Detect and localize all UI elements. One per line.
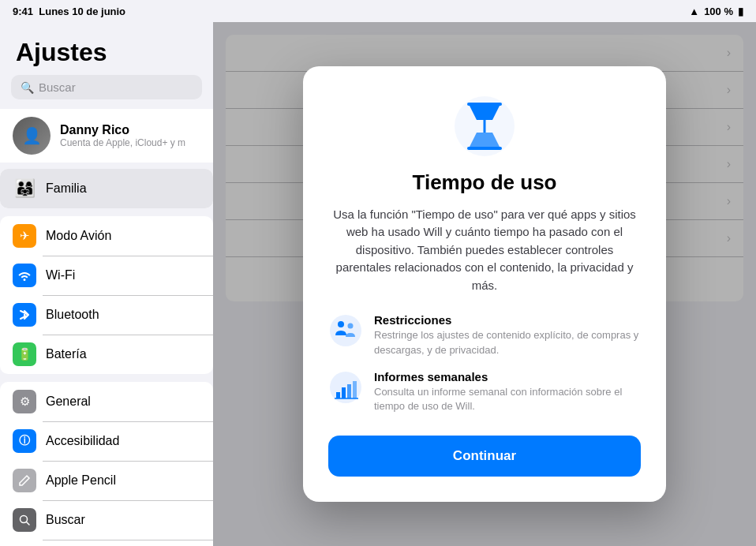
- modal-card: Tiempo de uso Usa la función "Tiempo de …: [303, 66, 666, 502]
- sidebar-item-accesibilidad[interactable]: ⓘ Accesibilidad: [0, 421, 213, 461]
- restricciones-icon: [328, 313, 363, 348]
- feature-informes: Informes semanales Consulta un informe s…: [328, 370, 641, 413]
- sidebar-item-wifi[interactable]: Wi-Fi: [0, 256, 213, 295]
- svg-rect-18: [347, 384, 351, 398]
- svg-rect-11: [467, 147, 502, 150]
- sidebar-item-bluetooth[interactable]: Bluetooth: [0, 295, 213, 335]
- feature-text-informes: Informes semanales Consulta un informe s…: [374, 370, 641, 413]
- sidebar-label-apple-pencil: Apple Pencil: [46, 473, 116, 488]
- sidebar-item-apple-pencil[interactable]: Apple Pencil: [0, 461, 213, 500]
- main-area: Ajustes 🔍 Buscar 👤 Danny Rico Cuenta de …: [0, 22, 756, 546]
- feature-desc-informes: Consulta un informe semanal con informac…: [374, 385, 641, 413]
- svg-point-12: [330, 315, 361, 346]
- sidebar-item-general[interactable]: ⚙ General: [0, 382, 213, 421]
- sidebar-label-buscar: Buscar: [46, 513, 85, 527]
- profile-item[interactable]: 👤 Danny Rico Cuenta de Apple, iCloud+ y …: [0, 109, 213, 163]
- avatar: 👤: [13, 117, 51, 155]
- feature-title-informes: Informes semanales: [374, 370, 641, 383]
- sidebar-label-avion: Modo Avión: [46, 229, 111, 243]
- sidebar: Ajustes 🔍 Buscar 👤 Danny Rico Cuenta de …: [0, 22, 213, 546]
- pencil-icon: [13, 469, 36, 492]
- status-indicators: ▲ 100 % ▮: [689, 6, 743, 17]
- continuar-button[interactable]: Continuar: [328, 436, 641, 477]
- sidebar-section-connectivity: ✈ Modo Avión Wi-Fi Bluetooth 🔋 Batería: [0, 216, 213, 374]
- svg-point-13: [338, 321, 344, 327]
- svg-line-1: [27, 522, 30, 525]
- right-area: › › › › › › La comparte contigo: [213, 22, 756, 546]
- battery-percent: 100 %: [704, 6, 733, 17]
- wifi-icon: ▲: [689, 6, 699, 17]
- sidebar-label-bateria: Batería: [46, 347, 87, 361]
- sidebar-title: Ajustes: [0, 32, 213, 75]
- search-icon: 🔍: [21, 81, 34, 94]
- status-time-date: 9:41 Lunes 10 de junio: [13, 6, 125, 17]
- search-bar[interactable]: 🔍 Buscar: [11, 75, 202, 99]
- modal-overlay: Tiempo de uso Usa la función "Tiempo de …: [213, 22, 756, 546]
- sidebar-item-bateria[interactable]: 🔋 Batería: [0, 335, 213, 374]
- sidebar-item-camara[interactable]: Cámara: [0, 540, 213, 546]
- sidebar-item-avion[interactable]: ✈ Modo Avión: [0, 216, 213, 256]
- modal-features: Restricciones Restringe los ajustes de c…: [328, 313, 641, 413]
- sidebar-item-buscar[interactable]: Buscar: [0, 500, 213, 540]
- hourglass-icon: [453, 95, 516, 158]
- profile-subtitle: Cuenta de Apple, iCloud+ y m: [60, 137, 185, 148]
- sidebar-label-accesibilidad: Accesibilidad: [46, 434, 119, 448]
- svg-rect-16: [336, 392, 340, 398]
- bluetooth-icon: [13, 303, 36, 327]
- feature-text-restricciones: Restricciones Restringe los ajustes de c…: [374, 313, 641, 357]
- modal-description: Usa la función "Tiempo de uso" para ver …: [328, 206, 641, 295]
- buscar-icon: [13, 508, 36, 532]
- battery-icon: ▮: [738, 6, 743, 17]
- svg-rect-10: [467, 103, 502, 106]
- avion-icon: ✈: [13, 224, 36, 248]
- sidebar-item-familia[interactable]: 👨‍👩‍👧 Familia: [0, 169, 213, 208]
- status-bar: 9:41 Lunes 10 de junio ▲ 100 % ▮: [0, 0, 756, 22]
- sidebar-label-general: General: [46, 395, 91, 409]
- accesibilidad-icon: ⓘ: [13, 429, 36, 453]
- sidebar-label-wifi: Wi-Fi: [46, 268, 75, 282]
- sidebar-section-familia: 👨‍👩‍👧 Familia: [0, 169, 213, 208]
- svg-point-14: [348, 323, 354, 329]
- general-icon: ⚙: [13, 390, 36, 413]
- sidebar-label-bluetooth: Bluetooth: [46, 308, 99, 322]
- search-placeholder: Buscar: [39, 80, 76, 94]
- informes-icon: [328, 370, 363, 405]
- familia-icon: 👨‍👩‍👧: [13, 177, 36, 200]
- feature-desc-restricciones: Restringe los ajustes de contenido explí…: [374, 328, 641, 357]
- modal-title: Tiempo de uso: [413, 170, 557, 195]
- svg-rect-19: [353, 381, 357, 398]
- sidebar-label-familia: Familia: [46, 181, 87, 196]
- profile-info: Danny Rico Cuenta de Apple, iCloud+ y m: [60, 123, 185, 148]
- bateria-icon: 🔋: [13, 342, 36, 366]
- feature-restricciones: Restricciones Restringe los ajustes de c…: [328, 313, 641, 357]
- sidebar-section-settings: ⚙ General ⓘ Accesibilidad Apple Pencil B…: [0, 382, 213, 546]
- wifi-settings-icon: [13, 264, 36, 287]
- svg-rect-17: [342, 387, 346, 398]
- feature-title-restricciones: Restricciones: [374, 313, 641, 327]
- profile-name: Danny Rico: [60, 123, 185, 137]
